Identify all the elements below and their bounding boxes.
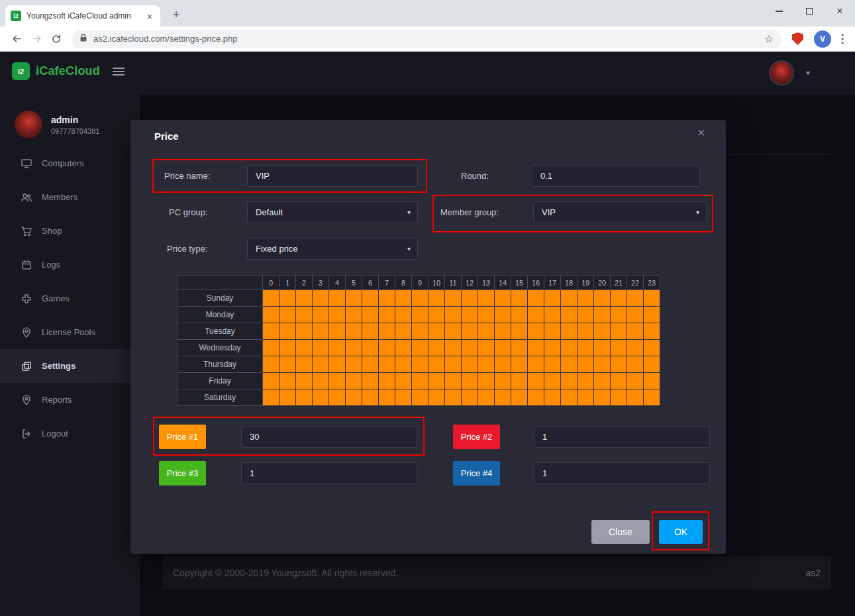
schedule-cell[interactable] [313,323,329,340]
sidebar-item-computers[interactable]: Computers [0,146,140,180]
schedule-cell[interactable] [578,307,594,323]
schedule-cell[interactable] [511,389,528,406]
price-type-select[interactable]: Fixed price ▾ [247,238,418,260]
schedule-cell[interactable] [594,389,611,406]
schedule-cell[interactable] [313,290,329,307]
schedule-cell[interactable] [445,389,462,406]
schedule-cell[interactable] [528,340,544,356]
schedule-cell[interactable] [296,323,313,340]
schedule-cell[interactable] [346,373,362,389]
sidebar-item-settings[interactable]: Settings [0,349,140,383]
schedule-cell[interactable] [313,356,329,373]
schedule-cell[interactable] [412,389,428,406]
schedule-cell[interactable] [594,323,611,340]
schedule-cell[interactable] [511,340,528,356]
browser-profile-avatar[interactable]: V [814,30,831,48]
schedule-cell[interactable] [346,340,362,356]
schedule-cell[interactable] [263,323,279,340]
schedule-cell[interactable] [412,323,428,340]
schedule-cell[interactable] [329,290,346,307]
schedule-cell[interactable] [594,373,611,389]
schedule-cell[interactable] [279,323,296,340]
schedule-cell[interactable] [329,389,346,406]
schedule-cell[interactable] [544,323,561,340]
schedule-cell[interactable] [611,373,627,389]
schedule-cell[interactable] [578,340,594,356]
schedule-cell[interactable] [329,340,346,356]
schedule-cell[interactable] [263,389,279,406]
schedule-cell[interactable] [561,373,578,389]
window-close-button[interactable]: × [825,0,855,23]
schedule-cell[interactable] [611,307,627,323]
sidebar-item-members[interactable]: Members [0,180,140,214]
schedule-cell[interactable] [561,356,578,373]
sidebar-item-shop[interactable]: Shop [0,214,140,248]
window-maximize-button[interactable] [794,0,825,23]
schedule-cell[interactable] [346,307,362,323]
schedule-cell[interactable] [395,389,412,406]
schedule-cell[interactable] [395,356,412,373]
schedule-cell[interactable] [329,307,346,323]
schedule-cell[interactable] [313,340,329,356]
schedule-cell[interactable] [644,389,660,406]
schedule-cell[interactable] [478,356,495,373]
schedule-cell[interactable] [594,290,611,307]
schedule-cell[interactable] [279,290,296,307]
schedule-cell[interactable] [296,340,313,356]
schedule-cell[interactable] [561,389,578,406]
schedule-cell[interactable] [544,373,561,389]
reload-icon[interactable] [46,34,66,44]
schedule-cell[interactable] [362,323,379,340]
sidebar-item-logs[interactable]: Logs [0,248,140,282]
schedule-cell[interactable] [329,323,346,340]
schedule-cell[interactable] [313,389,329,406]
schedule-cell[interactable] [627,323,644,340]
modal-close-icon[interactable]: × [697,125,705,140]
schedule-cell[interactable] [445,307,462,323]
schedule-cell[interactable] [296,307,313,323]
close-button[interactable]: Close [591,520,650,544]
schedule-cell[interactable] [478,389,495,406]
schedule-cell[interactable] [644,307,660,323]
schedule-cell[interactable] [412,290,428,307]
sidebar-item-license-pools[interactable]: License Pools [0,315,140,349]
schedule-cell[interactable] [611,323,627,340]
round-input[interactable] [532,165,700,187]
schedule-cell[interactable] [428,323,445,340]
schedule-cell[interactable] [544,389,561,406]
schedule-cell[interactable] [412,307,428,323]
schedule-cell[interactable] [263,290,279,307]
schedule-cell[interactable] [362,389,379,406]
schedule-cell[interactable] [379,356,395,373]
schedule-cell[interactable] [528,373,544,389]
schedule-cell[interactable] [528,307,544,323]
schedule-cell[interactable] [428,307,445,323]
schedule-cell[interactable] [428,340,445,356]
schedule-cell[interactable] [379,323,395,340]
chevron-down-icon[interactable]: ▾ [806,68,810,77]
schedule-cell[interactable] [428,290,445,307]
browser-menu-icon[interactable]: ⋮ [836,32,848,46]
schedule-cell[interactable] [296,356,313,373]
price3-button[interactable]: Price #3 [159,461,206,486]
schedule-cell[interactable] [362,290,379,307]
price4-button[interactable]: Price #4 [453,461,500,486]
schedule-cell[interactable] [627,356,644,373]
schedule-cell[interactable] [561,290,578,307]
schedule-cell[interactable] [279,389,296,406]
price2-button[interactable]: Price #2 [453,425,500,449]
schedule-cell[interactable] [644,323,660,340]
schedule-cell[interactable] [594,307,611,323]
member-group-select[interactable]: VIP ▾ [533,201,707,223]
schedule-cell[interactable] [478,323,495,340]
schedule-cell[interactable] [279,373,296,389]
price-name-input[interactable] [247,165,418,187]
new-tab-button[interactable]: + [168,7,184,23]
schedule-cell[interactable] [578,323,594,340]
price3-input[interactable] [241,462,417,484]
price4-input[interactable] [534,462,710,484]
price1-input[interactable] [241,426,417,448]
schedule-cell[interactable] [379,307,395,323]
schedule-cell[interactable] [511,290,528,307]
schedule-cell[interactable] [544,356,561,373]
